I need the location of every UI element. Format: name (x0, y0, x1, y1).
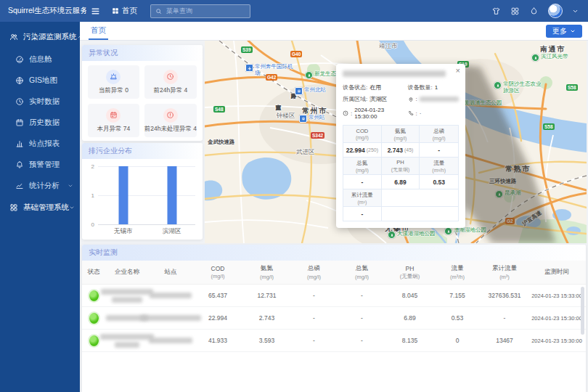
home-shortcut[interactable]: 首页 (112, 6, 137, 16)
sidebar-item-7[interactable]: 统计分析 (0, 175, 80, 196)
sidebar-item-5[interactable]: 站点报表 (0, 133, 80, 154)
sidebar-item-label: 站点报表 (29, 139, 60, 149)
apps-layout-icon[interactable] (510, 7, 520, 16)
topbar-actions (491, 4, 588, 18)
column-label: 站点 (165, 268, 177, 277)
more-button[interactable]: 更多 (546, 25, 582, 38)
redacted-site-name (150, 293, 192, 298)
table-body: 65.43712.731--8.0457.155327636.5312024-0… (82, 285, 586, 352)
metric-unit: (mg/l) (356, 168, 369, 173)
metric-value-number: - (361, 179, 363, 186)
abnormal-card-3[interactable]: 前24h未处理异常 4 (144, 104, 197, 137)
column-unit: (mg/l) (211, 273, 224, 279)
search-input[interactable] (165, 7, 245, 15)
topbar: Squirrel生态环境云服务平台 首页 (0, 0, 588, 22)
search-icon (155, 8, 162, 15)
abnormal-card-1[interactable]: 前24h异常 4 (144, 65, 197, 99)
sidebar-item-4[interactable]: 历史数据 (0, 112, 80, 133)
column-label: 氨氮 (261, 264, 273, 273)
user-menu-chevron-icon[interactable] (572, 8, 579, 15)
column-header-2: 站点 (149, 268, 192, 277)
sidebar-item-label: 历史数据 (29, 118, 60, 128)
map-green-poi: 昆承湖 (495, 190, 521, 198)
sidebar-item-6[interactable]: 预警管理 (0, 154, 80, 175)
pollution-system-icon (9, 33, 18, 41)
table-row[interactable]: 41.9333.593--8.1350134672024-01-23 15:30… (82, 330, 586, 352)
column-header-0: 状态 (82, 268, 105, 277)
metric-value-number: - (361, 211, 363, 218)
column-label: 总氮 (356, 264, 368, 273)
abnormal-card-2[interactable]: 本月异常 74 (88, 104, 139, 137)
grid-icon (112, 7, 119, 15)
device-count-field: 设备数量:1 (408, 83, 459, 91)
table-row[interactable]: 22.9942.743--6.890.53-2024-01-23 15:30:0… (82, 307, 586, 330)
sidebar-item-0[interactable]: 污染源监测系统 (0, 25, 80, 49)
gis-map-icon (15, 76, 24, 85)
column-unit: (m³/h) (450, 274, 465, 280)
station-info-popup: × 设备状态:在用 设备数量:1 所属区域:滨湖区 : : 2024-01-23… (336, 64, 465, 228)
metric-value: 6.89 (382, 175, 420, 189)
metric-value-number: 22.994 (346, 147, 365, 154)
value-cell: - (290, 337, 338, 344)
site-name-cell (149, 314, 192, 322)
column-label: 状态 (88, 268, 100, 277)
value-cell: 6.89 (386, 314, 433, 322)
road-badge: S39 (241, 46, 253, 53)
chart-gridline (98, 195, 195, 196)
metric-name: 总氮 (356, 160, 367, 167)
chart-gridline (98, 224, 195, 225)
poi-label: 漕湖湿地公园 (454, 227, 486, 234)
sidebar-item-3[interactable]: 实时数据 (0, 91, 80, 112)
company-name-cell (105, 287, 149, 303)
table-header-row: 状态企业名称站点COD(mg/l)氨氮(mg/l)总磷(mg/l)总氮(mg/l… (82, 261, 586, 285)
column-header-5: 总磷(mg/l) (290, 264, 338, 280)
redacted-address (420, 97, 459, 102)
sidebar-item-2[interactable]: GIS地图 (0, 70, 80, 91)
realtime-data-icon (15, 97, 24, 106)
value-cell: 0.53 (433, 314, 481, 322)
value-cell: 327636.531 (481, 292, 528, 299)
user-avatar[interactable] (548, 4, 563, 18)
train-icon (299, 115, 307, 123)
value-cell: 65.437 (192, 292, 243, 299)
base-manage-icon (9, 203, 18, 212)
sidebar-item-label: 实时数据 (29, 97, 60, 107)
flame-icon[interactable] (529, 7, 539, 16)
company-name-cell (105, 332, 149, 348)
sidebar-item-1[interactable]: 信息舱 (0, 49, 80, 70)
location-pin-icon (408, 97, 414, 102)
park-icon (531, 54, 539, 62)
close-icon[interactable]: × (456, 67, 460, 75)
phone-icon (408, 110, 414, 116)
sidebar-item-8[interactable]: 基础管理系统 (0, 196, 80, 219)
value-cell: 41.933 (192, 337, 243, 344)
site-name-cell (149, 337, 192, 345)
map-blue-poi: 常州站 (299, 115, 325, 123)
theme-skin-icon[interactable] (491, 7, 501, 16)
device-status-field: 设备状态:在用 (343, 83, 408, 91)
column-header-6: 总氮(mg/l) (338, 264, 386, 280)
x-axis-category-label: 无锡市 (114, 227, 133, 236)
road-badge: S48 (213, 106, 225, 113)
metric-value: - (420, 143, 458, 158)
metric-header: PH(无量纲) (382, 158, 420, 175)
metric-unit: (mg/l) (356, 135, 369, 140)
map-green-poi: 常阴沙生态农业旅游区 (494, 81, 545, 94)
metric-value: 0.53 (420, 175, 458, 189)
table-row[interactable]: 65.43712.731--8.0457.155327636.5312024-0… (82, 285, 586, 307)
park-icon (444, 227, 452, 235)
map-road-label: 金武快速路 (208, 139, 235, 146)
table-scrollbar[interactable] (581, 287, 584, 335)
value-cell: 8.045 (386, 292, 433, 299)
column-label: 总磷 (308, 264, 320, 273)
metric-limit: (250) (367, 147, 378, 152)
tab-home[interactable]: 首页 (89, 22, 108, 40)
sidebar-menu: 污染源监测系统信息舱GIS地图实时数据历史数据站点报表预警管理统计分析基础管理系… (0, 25, 80, 219)
poi-label: 大溪港湿地公园 (397, 231, 436, 237)
map-city-label: 常熟市 (505, 164, 531, 174)
hamburger-menu-icon[interactable] (91, 7, 100, 16)
column-label: 企业名称 (115, 268, 139, 277)
abnormal-card-0[interactable]: 当前异常 0 (88, 65, 139, 99)
column-header-4: 氨氮(mg/l) (243, 264, 290, 280)
bar-chart: 012无锡市滨湖区 (98, 166, 195, 224)
